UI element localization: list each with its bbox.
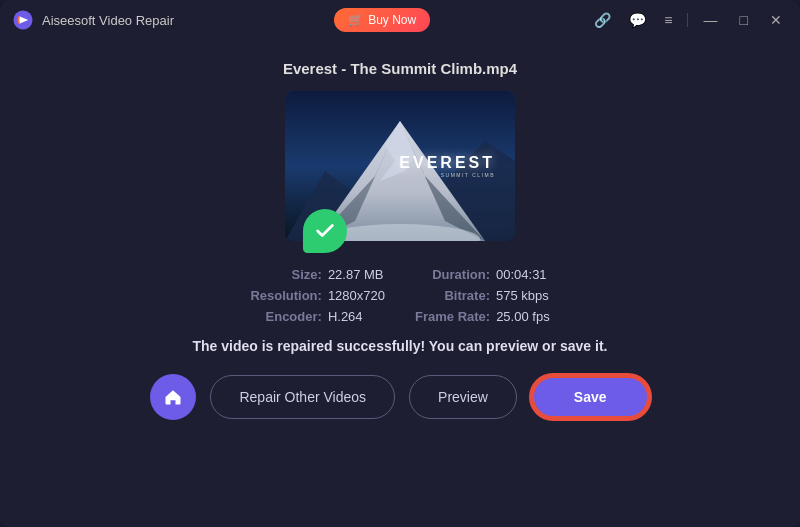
main-content: Everest - The Summit Climb.mp4 — [0, 40, 800, 527]
meta-info-grid: Size: 22.87 MB Duration: 00:04:31 Resolu… — [247, 267, 553, 324]
app-logo-icon — [12, 9, 34, 31]
buy-now-button[interactable]: 🛒 Buy Now — [334, 8, 430, 32]
size-value: 22.87 MB — [328, 267, 384, 282]
cart-icon: 🛒 — [348, 13, 363, 27]
title-bar-center: 🛒 Buy Now — [334, 8, 430, 32]
encoder-label: Encoder: — [247, 309, 322, 324]
checkmark-icon — [314, 220, 336, 242]
chat-icon[interactable]: 💬 — [625, 10, 650, 30]
meta-size: Size: 22.87 MB — [247, 267, 385, 282]
close-button[interactable]: ✕ — [764, 10, 788, 30]
everest-subtitle: THE SUMMIT CLIMB — [423, 172, 495, 178]
home-button[interactable] — [150, 374, 196, 420]
file-name: Everest - The Summit Climb.mp4 — [283, 60, 517, 77]
framerate-label: Frame Rate: — [415, 309, 490, 324]
action-buttons-row: Repair Other Videos Preview Save — [150, 374, 649, 420]
menu-icon[interactable]: ≡ — [660, 10, 676, 30]
link-icon[interactable]: 🔗 — [590, 10, 615, 30]
maximize-button[interactable]: □ — [734, 10, 754, 30]
resolution-value: 1280x720 — [328, 288, 385, 303]
repair-other-videos-button[interactable]: Repair Other Videos — [210, 375, 395, 419]
title-bar-right: 🔗 💬 ≡ — □ ✕ — [590, 10, 788, 30]
preview-button[interactable]: Preview — [409, 375, 517, 419]
duration-value: 00:04:31 — [496, 267, 547, 282]
meta-encoder: Encoder: H.264 — [247, 309, 385, 324]
framerate-value: 25.00 fps — [496, 309, 550, 324]
app-title: Aiseesoft Video Repair — [42, 13, 174, 28]
home-icon — [163, 387, 183, 407]
save-button[interactable]: Save — [531, 375, 650, 419]
duration-label: Duration: — [415, 267, 490, 282]
bitrate-label: Bitrate: — [415, 288, 490, 303]
success-message: The video is repaired successfully! You … — [193, 338, 608, 354]
video-thumbnail-wrap: EVEREST THE SUMMIT CLIMB — [285, 91, 515, 241]
title-bar: Aiseesoft Video Repair 🛒 Buy Now 🔗 💬 ≡ —… — [0, 0, 800, 40]
meta-resolution: Resolution: 1280x720 — [247, 288, 385, 303]
minimize-button[interactable]: — — [698, 10, 724, 30]
resolution-label: Resolution: — [247, 288, 322, 303]
meta-framerate: Frame Rate: 25.00 fps — [415, 309, 553, 324]
bitrate-value: 575 kbps — [496, 288, 549, 303]
encoder-value: H.264 — [328, 309, 363, 324]
everest-title: EVEREST — [399, 154, 495, 172]
meta-duration: Duration: 00:04:31 — [415, 267, 553, 282]
title-divider — [687, 13, 688, 27]
title-bar-left: Aiseesoft Video Repair — [12, 9, 174, 31]
meta-bitrate: Bitrate: 575 kbps — [415, 288, 553, 303]
success-check-badge — [303, 209, 347, 253]
video-overlay-text: EVEREST THE SUMMIT CLIMB — [399, 154, 495, 178]
size-label: Size: — [247, 267, 322, 282]
